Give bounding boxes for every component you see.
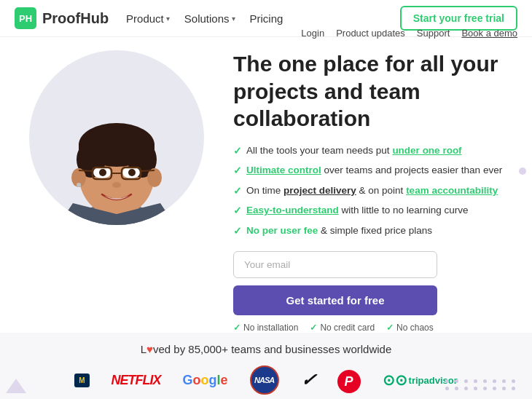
svg-point-12 <box>128 169 136 176</box>
no-chaos-badge: ✓ No chaos <box>386 323 434 333</box>
features-list: ✓ All the tools your team needs put unde… <box>233 144 517 239</box>
feature-item-3: ✓ On time project delivery & on point te… <box>233 184 517 199</box>
svg-line-16 <box>79 170 93 171</box>
triangle-decoration <box>6 379 26 393</box>
feature-item-5: ✓ No per user fee & simple fixed price p… <box>233 224 517 239</box>
nav-item-pricing[interactable]: Pricing <box>250 12 283 25</box>
email-input[interactable] <box>233 251 437 278</box>
google-logo: Google <box>183 373 228 388</box>
chevron-down-icon: ▾ <box>232 15 235 23</box>
sub-badges: ✓ No installation ✓ No credit card ✓ No … <box>233 323 517 333</box>
content-section: The one place for all your projects and … <box>219 43 517 333</box>
svg-rect-6 <box>79 143 154 164</box>
svg-line-17 <box>141 170 154 171</box>
product-updates-link[interactable]: Product updates <box>336 28 405 39</box>
main-content: The one place for all your projects and … <box>0 43 532 333</box>
loved-text: L♥ved by 85,000+ teams and businesses wo… <box>15 343 517 355</box>
logo-icon: PH <box>15 7 36 29</box>
no-credit-card-badge: ✓ No credit card <box>310 323 375 333</box>
logo[interactable]: PH ProofHub <box>15 7 109 29</box>
pinterest-logo: P <box>337 368 361 394</box>
navbar: PH ProofHub Product ▾ Solutions ▾ Pricin… <box>0 0 532 37</box>
portrait-circle <box>29 50 204 225</box>
feature-item-2: ✓ Ultimate control over teams and projec… <box>233 164 517 178</box>
check-icon: ✓ <box>233 204 242 218</box>
check-icon: ✓ <box>233 224 242 239</box>
svg-point-11 <box>99 169 106 176</box>
nav-secondary-links: Login Product updates Support Book a dem… <box>301 28 517 39</box>
nav-items: Product ▾ Solutions ▾ Pricing <box>126 12 283 25</box>
dots-decoration <box>445 379 517 390</box>
check-icon: ✓ <box>310 323 317 333</box>
nasa-logo: NASA <box>250 366 279 395</box>
check-icon: ✓ <box>233 164 242 178</box>
nav-left: PH ProofHub Product ▾ Solutions ▾ Pricin… <box>15 7 283 29</box>
check-icon: ✓ <box>386 323 394 333</box>
check-icon: ✓ <box>233 144 242 159</box>
logos-row: M NETFLIX Google NASA ✓ P ⊙⊙ tripadvisor <box>15 366 517 395</box>
feature-item-1: ✓ All the tools your team needs put unde… <box>233 144 517 159</box>
netflix-logo: NETFLIX <box>112 373 161 388</box>
person-illustration <box>33 58 200 225</box>
check-icon: ✓ <box>233 323 240 333</box>
logo-text: ProofHub <box>42 10 109 27</box>
svg-point-19 <box>77 183 81 187</box>
no-installation-badge: ✓ No installation <box>233 323 298 333</box>
email-form: Get started for free <box>233 251 517 315</box>
heart-icon: ♥ <box>146 343 153 355</box>
portrait-section <box>15 43 219 333</box>
nav-item-product[interactable]: Product ▾ <box>126 12 170 25</box>
hero-title: The one place for all your projects and … <box>233 50 517 133</box>
book-demo-link[interactable]: Book a demo <box>461 28 517 39</box>
nike-logo: ✓ <box>299 370 317 390</box>
login-link[interactable]: Login <box>301 28 324 39</box>
support-link[interactable]: Support <box>417 28 450 39</box>
svg-point-18 <box>112 182 121 188</box>
start-free-trial-button[interactable]: Start your free trial <box>400 6 517 31</box>
check-icon: ✓ <box>233 184 242 199</box>
michigan-logo: M <box>74 374 89 387</box>
feature-item-4: ✓ Easy-to-understand with little to no l… <box>233 204 517 218</box>
chevron-down-icon: ▾ <box>166 15 170 23</box>
nav-item-solutions[interactable]: Solutions ▾ <box>184 12 235 25</box>
get-started-button[interactable]: Get started for free <box>233 285 437 315</box>
